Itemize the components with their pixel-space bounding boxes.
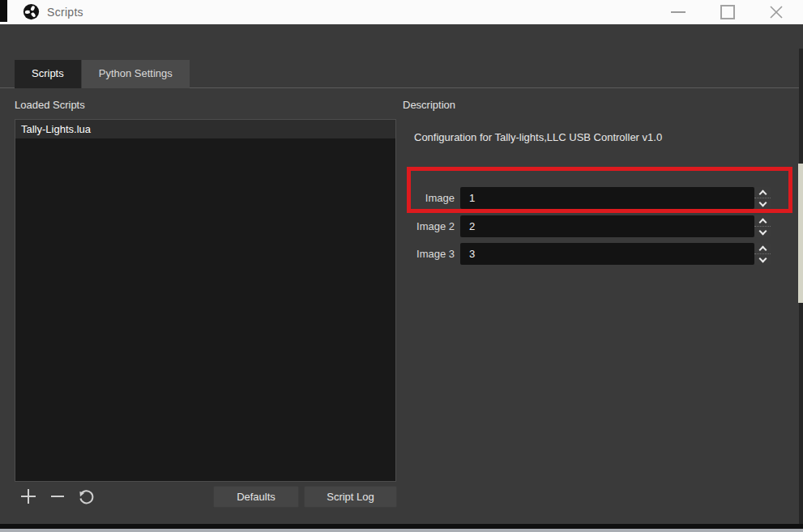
chevron-down-icon: [758, 198, 767, 206]
spin-up-button[interactable]: [754, 215, 771, 227]
description-heading: Description: [403, 99, 455, 111]
loaded-scripts-heading: Loaded Scripts: [15, 99, 85, 111]
defaults-button[interactable]: Defaults: [213, 486, 299, 508]
chevron-down-icon: [758, 254, 767, 262]
tab-python-settings[interactable]: Python Settings: [81, 60, 190, 88]
spin-down-button[interactable]: [754, 198, 771, 209]
dialog-body: Scripts Python Settings Loaded Scripts T…: [0, 24, 803, 524]
background-sliver: [798, 164, 803, 303]
titlebar[interactable]: Scripts: [0, 0, 803, 24]
chevron-up-icon: [758, 218, 767, 226]
add-script-button[interactable]: [18, 486, 39, 507]
plus-icon: [19, 487, 37, 505]
window-bottom-edge: [0, 529, 803, 532]
image-2-spinner: [754, 215, 771, 237]
loaded-scripts-list[interactable]: Tally-Lights.lua: [15, 119, 396, 482]
reload-scripts-button[interactable]: [76, 486, 97, 507]
spin-down-button[interactable]: [754, 254, 771, 265]
image-spinbox-input[interactable]: 1: [460, 187, 754, 209]
minimize-icon[interactable]: [671, 11, 686, 13]
spin-up-button[interactable]: [754, 187, 771, 198]
maximize-icon[interactable]: [720, 5, 735, 19]
list-item-selected-script[interactable]: Tally-Lights.lua: [15, 120, 395, 138]
chevron-down-icon: [758, 227, 767, 235]
spin-up-button[interactable]: [754, 243, 771, 254]
field-label-image-3: Image 3: [403, 243, 455, 265]
chevron-up-icon: [758, 189, 767, 198]
screenshot-edge-artifact: [0, 0, 7, 22]
image-2-spinbox-input[interactable]: 2: [460, 215, 754, 237]
close-window-icon[interactable]: [767, 3, 785, 21]
obs-logo-icon: [23, 3, 40, 20]
field-label-image-2: Image 2: [403, 215, 455, 237]
script-log-button[interactable]: Script Log: [304, 486, 397, 508]
image-spinner: [754, 187, 771, 209]
remove-script-button[interactable]: [47, 486, 68, 507]
image-3-spinner: [754, 243, 771, 265]
script-description-text: Configuration for Tally-lights,LLC USB C…: [414, 131, 662, 143]
reload-icon: [77, 487, 96, 506]
tab-bar: Scripts Python Settings: [15, 60, 190, 88]
minus-icon: [49, 487, 66, 505]
window-title: Scripts: [47, 6, 83, 19]
chevron-up-icon: [758, 245, 767, 253]
image-3-spinbox-input[interactable]: 3: [460, 243, 754, 265]
spin-down-button[interactable]: [754, 227, 771, 237]
scripts-dialog-window: Scripts Scripts Python Settings Loaded S…: [0, 0, 803, 532]
field-label-image: Image: [403, 187, 455, 209]
tab-scripts[interactable]: Scripts: [15, 60, 81, 88]
